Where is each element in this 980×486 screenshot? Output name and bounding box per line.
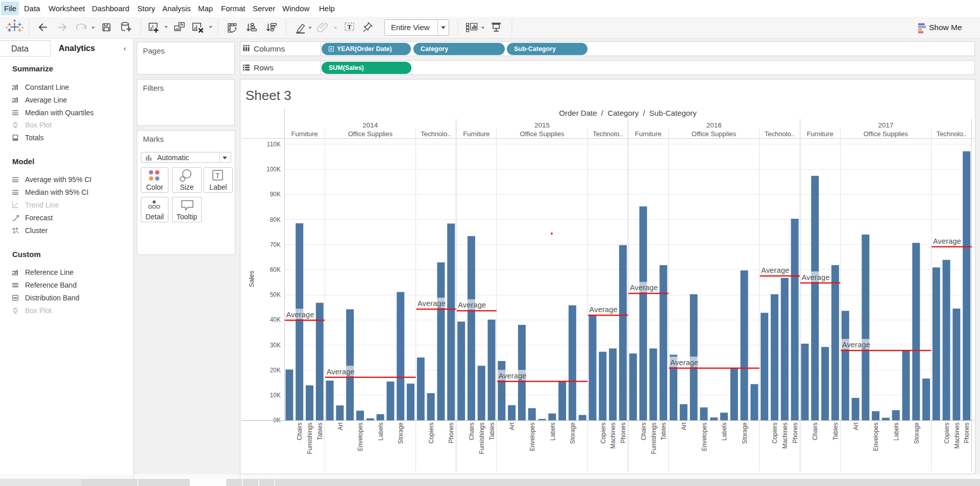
svg-text:Office Supplies: Office Supplies	[520, 130, 565, 138]
svg-text:Average: Average	[286, 311, 314, 319]
svg-text:T: T	[216, 172, 220, 180]
svg-text:Technolo..: Technolo..	[593, 130, 623, 138]
svg-text:Storage: Storage	[569, 422, 576, 444]
svg-text:10K: 10K	[270, 392, 281, 399]
svg-text:Labels: Labels	[721, 423, 728, 441]
svg-text:110K: 110K	[267, 141, 281, 148]
svg-text:Art: Art	[508, 422, 516, 430]
svg-text:Copiers: Copiers	[771, 423, 778, 444]
svg-text:Average: Average	[498, 372, 526, 380]
svg-text:Tables: Tables	[488, 423, 496, 441]
svg-text:Technolo..: Technolo..	[936, 130, 966, 138]
svg-text:Entire View: Entire View	[391, 23, 430, 32]
svg-text:Sales: Sales	[248, 270, 255, 287]
svg-text:Furnishings: Furnishings	[478, 423, 485, 454]
svg-text:Average: Average	[630, 284, 658, 292]
svg-text:Furniture: Furniture	[463, 130, 489, 138]
svg-text:Chairs: Chairs	[812, 423, 819, 441]
svg-text:Office Supplies: Office Supplies	[348, 130, 393, 138]
svg-text:50K: 50K	[270, 291, 281, 298]
svg-text:60K: 60K	[270, 266, 281, 273]
svg-text:Tables: Tables	[660, 423, 667, 441]
svg-text:80K: 80K	[270, 216, 281, 223]
svg-text:Average: Average	[670, 359, 698, 367]
svg-text:Average: Average	[458, 301, 486, 309]
svg-text:Art: Art	[680, 422, 688, 430]
svg-text:Technolo..: Technolo..	[421, 130, 451, 138]
svg-text:Envelopes: Envelopes	[872, 423, 879, 451]
svg-text:Tables: Tables	[316, 423, 324, 441]
svg-text:Average: Average	[933, 237, 961, 245]
svg-text:T: T	[347, 23, 352, 31]
svg-text:Copiers: Copiers	[428, 423, 435, 444]
svg-text:Machines: Machines	[609, 423, 617, 449]
svg-text:Office Supplies: Office Supplies	[692, 130, 737, 138]
svg-text:Storage: Storage	[913, 422, 920, 444]
svg-text:Furniture: Furniture	[635, 130, 662, 138]
svg-text:Furnishings: Furnishings	[306, 423, 313, 454]
svg-text:Envelopes: Envelopes	[357, 423, 364, 451]
svg-text:Chairs: Chairs	[468, 423, 475, 441]
svg-text:90K: 90K	[270, 191, 281, 198]
svg-text:Office Supplies: Office Supplies	[864, 130, 909, 138]
svg-text:Technolo..: Technolo..	[765, 130, 795, 138]
svg-text:Storage: Storage	[741, 422, 748, 444]
svg-text:Average: Average	[802, 273, 830, 282]
svg-text:Labels: Labels	[549, 423, 556, 441]
svg-text:Art: Art	[337, 422, 344, 430]
svg-text:Phones: Phones	[448, 423, 455, 444]
svg-text:30K: 30K	[270, 342, 281, 349]
svg-text:Furniture: Furniture	[291, 130, 318, 138]
svg-text:Average: Average	[590, 305, 618, 314]
svg-text:Machines: Machines	[953, 423, 961, 449]
svg-text:Tables: Tables	[832, 423, 839, 441]
svg-text:Labels: Labels	[893, 423, 900, 441]
svg-text:Average: Average	[327, 368, 355, 376]
svg-text:Storage: Storage	[397, 422, 404, 444]
svg-text:Chairs: Chairs	[640, 423, 647, 441]
svg-text:Art: Art	[852, 422, 860, 430]
svg-text:Chairs: Chairs	[296, 423, 303, 441]
svg-text:2015: 2015	[534, 121, 550, 129]
svg-text:20K: 20K	[270, 367, 281, 374]
svg-text:Envelopes: Envelopes	[701, 423, 708, 451]
svg-text:Furniture: Furniture	[807, 130, 834, 138]
svg-text:Average: Average	[842, 341, 870, 349]
svg-text:Average: Average	[418, 299, 446, 308]
svg-text:2016: 2016	[706, 121, 722, 129]
svg-text:Order Date / Category / Su: Order Date / Category / Sub-Category	[559, 109, 697, 117]
svg-text:Show Me: Show Me	[929, 23, 962, 32]
svg-text:40K: 40K	[270, 316, 281, 323]
svg-text:Furnishings: Furnishings	[650, 423, 657, 454]
svg-text:Envelopes: Envelopes	[529, 423, 536, 451]
svg-text:Labels: Labels	[377, 423, 384, 441]
svg-text:100K: 100K	[266, 166, 281, 173]
svg-text:70K: 70K	[270, 241, 281, 248]
svg-text:Sheet 3: Sheet 3	[246, 88, 291, 103]
svg-text:Average: Average	[761, 266, 789, 274]
svg-text:2017: 2017	[878, 121, 893, 129]
svg-text:Phones: Phones	[620, 423, 627, 444]
svg-text:Phones: Phones	[963, 423, 970, 444]
svg-text:2014: 2014	[362, 121, 378, 129]
svg-text:Copiers: Copiers	[943, 423, 950, 444]
svg-text:Phones: Phones	[792, 423, 799, 444]
svg-text:Machines: Machines	[781, 423, 789, 449]
svg-text:Copiers: Copiers	[600, 423, 607, 444]
